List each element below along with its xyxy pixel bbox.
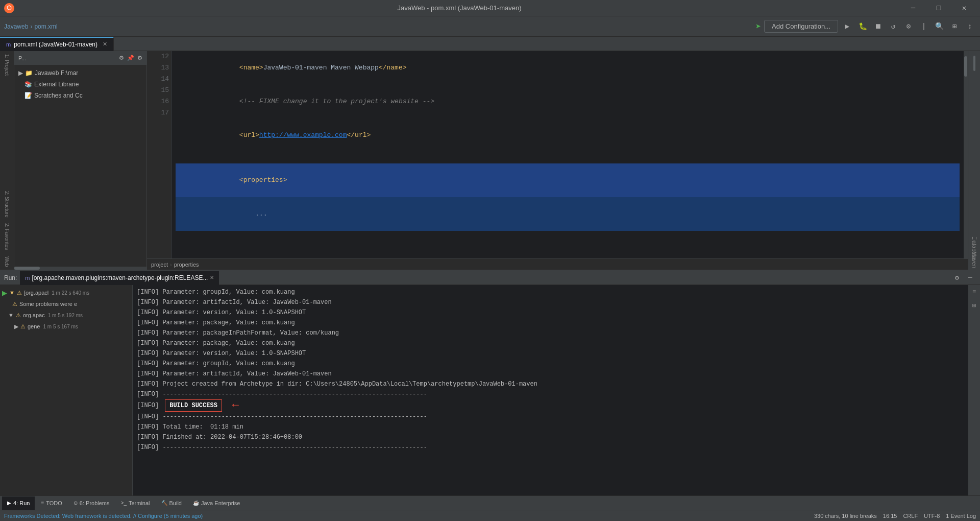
- bottom-tab-java-enterprise[interactable]: ☕ Java Enterprise: [188, 496, 245, 510]
- debug-button[interactable]: 🐛: [856, 20, 869, 33]
- run-right-icon-1[interactable]: ≡: [969, 287, 979, 297]
- run-tree-warning-label: Some problems were e: [19, 301, 77, 307]
- breadcrumb-file[interactable]: pom.xml: [34, 23, 57, 30]
- editor-tab-active[interactable]: m pom.xml (JavaWeb-01-maven) ✕: [0, 37, 114, 51]
- run-tab-icon: m: [25, 275, 30, 281]
- bottom-tab-problems[interactable]: ⊙ 6: Problems: [68, 496, 115, 510]
- bottom-tab-java-label: Java Enterprise: [201, 500, 240, 506]
- add-configuration-button[interactable]: Add Configuration...: [764, 20, 838, 33]
- bottom-tabs: ▶ 4: Run ≡ TODO ⊙ 6: Problems >_ Termina…: [0, 495, 980, 510]
- warning-icon: ▼: [9, 290, 15, 296]
- breadcrumb-project[interactable]: Javaweb: [4, 23, 28, 30]
- tab-close-button[interactable]: ✕: [103, 41, 107, 48]
- main-container: Javaweb › pom.xml ➤ Add Configuration...…: [0, 16, 980, 521]
- right-panel: Database Maven: [968, 51, 980, 270]
- run-tab-label: [org.apache.maven.plugins:maven-archetyp…: [32, 274, 208, 281]
- status-time[interactable]: 16:15: [883, 513, 897, 519]
- run-tree-root-label: [org.apacl: [24, 290, 48, 296]
- settings-button[interactable]: ⚙: [902, 20, 915, 33]
- output-line-7: [INFO] Parameter: version, Value: 1.0-SN…: [137, 348, 964, 359]
- bottom-tab-problems-label: 6: Problems: [80, 500, 110, 506]
- vcs-button[interactable]: ↕: [964, 20, 976, 33]
- toolbar-left: Javaweb › pom.xml: [4, 23, 753, 30]
- run-right-icon-2[interactable]: ⊞: [969, 300, 979, 311]
- close-button[interactable]: ✕: [952, 0, 976, 16]
- run-output[interactable]: [INFO] Parameter: groupId, Value: com.ku…: [133, 285, 968, 495]
- activity-web[interactable]: Web: [3, 253, 11, 270]
- output-line-8: [INFO] Parameter: groupId, Value: com.ku…: [137, 359, 964, 369]
- run-toolbar: Run: m [org.apache.maven.plugins:maven-a…: [0, 271, 980, 285]
- app-logo: ⬡: [4, 3, 14, 13]
- editor-scroll-thumb[interactable]: [964, 56, 967, 77]
- window-controls[interactable]: ─ □ ✕: [901, 0, 976, 16]
- run-tree-org[interactable]: ▼ ⚠ org.apac 1 m 5 s 192 ms: [0, 310, 132, 321]
- run-tree-gene-label: gene: [28, 323, 40, 329]
- editor-scrollbar[interactable]: [964, 51, 968, 258]
- output-line-16: [INFO] ---------------------------------…: [137, 442, 964, 453]
- sidebar-header-btn[interactable]: ⚙: [119, 55, 124, 61]
- bottom-tab-run[interactable]: ▶ 4: Run: [2, 496, 35, 510]
- maven-panel-label[interactable]: Maven: [969, 254, 980, 266]
- activity-favorites[interactable]: 2: Favorites: [3, 220, 11, 253]
- editor-breadcrumb: project › properties: [147, 258, 968, 270]
- output-line-10: [INFO] Project created from Archetype in…: [137, 379, 964, 389]
- run-tree-gene-time: 1 m 5 s 167 ms: [43, 324, 78, 329]
- code-line-15: [176, 152, 960, 163]
- run-panel: Run: m [org.apache.maven.plugins:maven-a…: [0, 270, 980, 510]
- output-line-6: [INFO] Parameter: package, Value: com.ku…: [137, 338, 964, 348]
- terminal-tab-icon: >_: [121, 500, 127, 506]
- warning-icon-2: ⚠: [17, 290, 22, 296]
- sidebar-header-pin[interactable]: 📌: [127, 55, 134, 61]
- library-icon: 📚: [24, 81, 32, 88]
- minimize-button[interactable]: ─: [901, 0, 925, 16]
- tree-expand-arrow: ▼: [8, 312, 14, 318]
- line-numbers: 12 13 14 15 16 17: [147, 51, 172, 258]
- breadcrumb: Javaweb › pom.xml: [4, 23, 58, 30]
- run-tree-gene[interactable]: ▶ ⚠ gene 1 m 5 s 167 ms: [0, 321, 132, 332]
- bottom-tab-todo[interactable]: ≡ TODO: [36, 496, 67, 510]
- run-collapse-icon[interactable]: ─: [965, 272, 976, 283]
- stop-button[interactable]: ⏹: [872, 20, 884, 33]
- output-line-1: [INFO] Parameter: groupId, Value: com.ku…: [137, 287, 964, 297]
- run-button[interactable]: ▶: [841, 20, 853, 33]
- output-line-2: [INFO] Parameter: artifactId, Value: Jav…: [137, 297, 964, 307]
- code-line-17: ...: [176, 197, 960, 231]
- run-content: ▶ ▼ ⚠ [org.apacl 1 m 22 s 640 ms ⚠ Some …: [0, 285, 980, 495]
- reload-button[interactable]: ↺: [887, 20, 899, 33]
- run-tree-root[interactable]: ▶ ▼ ⚠ [org.apacl 1 m 22 s 640 ms: [0, 287, 132, 298]
- bottom-tab-build[interactable]: 🔨 Build: [156, 496, 187, 510]
- tree-item-scratches[interactable]: 📝 Scratches and Cc: [14, 90, 146, 101]
- search-button[interactable]: 🔍: [933, 20, 945, 33]
- sidebar: P... ⚙ 📌 ⚙ ▶ 📁 Javaweb F:\mar 📚 External…: [14, 51, 147, 270]
- framework-message[interactable]: Frameworks Detected: Web framework is de…: [4, 513, 203, 519]
- run-tab-maven[interactable]: m [org.apache.maven.plugins:maven-archet…: [20, 271, 219, 285]
- editor-content: 12 13 14 15 16 17 <name>JavaWeb-01-maven…: [147, 51, 968, 258]
- code-line-13: <!-- FIXME change it to the project's we…: [176, 85, 960, 119]
- maximize-button[interactable]: □: [927, 0, 950, 16]
- status-event-log[interactable]: 1 Event Log: [946, 513, 976, 519]
- output-line-14: [INFO] Total time: 01:18 min: [137, 422, 964, 432]
- run-settings-icon[interactable]: ⚙: [951, 272, 963, 283]
- toolbar-right: ➤ Add Configuration... ▶ 🐛 ⏹ ↺ ⚙ | 🔍 ⊞ ↕: [755, 20, 976, 33]
- status-encoding[interactable]: UTF-8: [924, 513, 940, 519]
- bottom-tab-run-label: 4: Run: [13, 500, 30, 506]
- sidebar-header-gear[interactable]: ⚙: [137, 55, 142, 61]
- tree-item-label: External Librarie: [34, 81, 79, 88]
- build-success-box: BUILD SUCCESS: [165, 399, 222, 412]
- code-lines[interactable]: <name>JavaWeb-01-maven Maven Webapp</nam…: [172, 51, 964, 258]
- status-chars[interactable]: 330 chars, 10 line breaks: [814, 513, 877, 519]
- run-toolbar-right: ⚙ ─: [951, 272, 976, 283]
- status-crlf[interactable]: CRLF: [903, 513, 918, 519]
- activity-project[interactable]: 1: Project: [3, 51, 11, 79]
- run-label: Run:: [4, 274, 17, 281]
- layout-button[interactable]: ⊞: [948, 20, 961, 33]
- bottom-tab-terminal[interactable]: >_ Terminal: [116, 496, 155, 510]
- tree-item-javaweb[interactable]: ▶ 📁 Javaweb F:\mar: [14, 67, 146, 79]
- run-tree-org-time: 1 m 5 s 192 ms: [48, 313, 83, 318]
- output-line-build-success: [INFO] BUILD SUCCESS ←: [137, 399, 964, 412]
- run-tab-close[interactable]: ✕: [210, 275, 214, 280]
- tree-item-external[interactable]: 📚 External Librarie: [14, 79, 146, 90]
- activity-structure[interactable]: 2: Structure: [3, 188, 11, 221]
- run-tree-warning[interactable]: ⚠ Some problems were e: [0, 298, 132, 310]
- build-success-prefix: [INFO]: [137, 400, 159, 411]
